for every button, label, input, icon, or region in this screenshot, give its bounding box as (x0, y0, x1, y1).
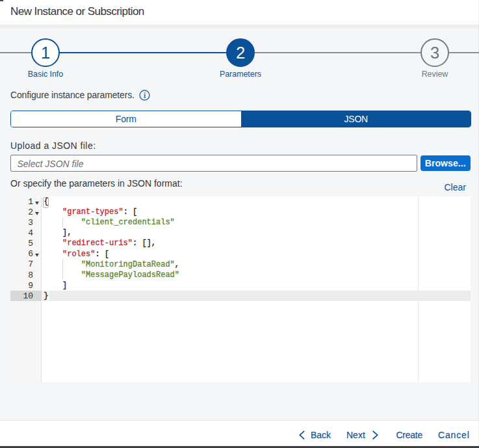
svg-text:i: i (144, 91, 146, 99)
